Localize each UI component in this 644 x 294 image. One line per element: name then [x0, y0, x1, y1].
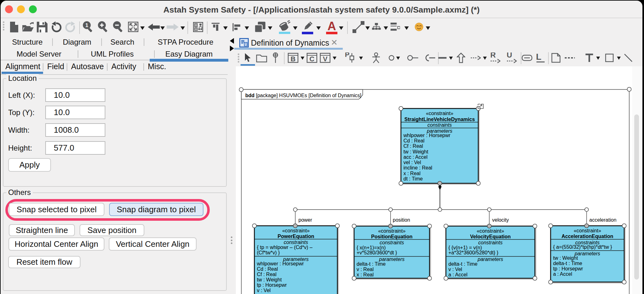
svg-text:«constraint»: «constraint»: [477, 228, 504, 234]
svg-text:constraints: constraints: [284, 240, 308, 245]
svg-text:v : Real: v : Real: [357, 267, 374, 272]
svg-text:«constraint»: «constraint»: [282, 228, 309, 233]
svg-text:delta-t : Time: delta-t : Time: [553, 261, 582, 266]
svg-text:V: V: [323, 55, 328, 63]
svg-text:v : Vel: v : Vel: [257, 288, 271, 293]
svg-text:constraints: constraints: [427, 122, 452, 128]
svg-text:+v*5280/3600*dt }: +v*5280/3600*dt }: [357, 250, 397, 255]
svg-text:tp : Horsepwr: tp : Horsepwr: [553, 266, 583, 271]
svg-text:tw : Weight: tw : Weight: [403, 149, 428, 154]
svg-text:tw : Weight: tw : Weight: [553, 255, 578, 261]
svg-text:{ tp = whlpowr – (Cd*v) –: { tp = whlpowr – (Cd*v) –: [257, 245, 313, 250]
svg-text:constraints: constraints: [380, 240, 404, 245]
svg-text:whlpower : Horsepwr: whlpower : Horsepwr: [257, 261, 304, 266]
svg-text:AccelerationEquation: AccelerationEquation: [562, 234, 613, 239]
svg-text:vel : Vel: vel : Vel: [403, 160, 421, 165]
svg-text:acceleration: acceleration: [589, 217, 616, 223]
svg-text:B: B: [291, 55, 296, 63]
svg-text:delta-t : Time: delta-t : Time: [357, 261, 386, 267]
svg-text:Cf : Real: Cf : Real: [257, 272, 276, 277]
svg-text:x : Real: x : Real: [403, 171, 420, 176]
svg-text:tw : Weight: tw : Weight: [257, 277, 282, 282]
svg-text:tp : Horsepwr: tp : Horsepwr: [257, 282, 287, 288]
svg-text:Cf : Real: Cf : Real: [403, 143, 423, 149]
svg-text:StraightLineVehicleDynamics: StraightLineVehicleDynamics: [404, 117, 475, 122]
svg-text:acc : Accel: acc : Accel: [403, 154, 427, 160]
svg-text:{ {v(n+1) = v(n): { {v(n+1) = v(n): [448, 245, 482, 250]
svg-text:«constraint»: «constraint»: [426, 111, 453, 116]
svg-text:a : Accel: a : Accel: [448, 272, 467, 277]
svg-text:L: L: [536, 53, 541, 62]
svg-text:position: position: [393, 217, 410, 223]
svg-text:parameters: parameters: [575, 251, 600, 256]
svg-text:incline : Real: incline : Real: [403, 165, 432, 170]
svg-text:P: P: [345, 53, 350, 58]
svg-text:«constraint»: «constraint»: [378, 228, 405, 234]
svg-text:C: C: [309, 55, 314, 63]
svg-text:{ x(n+1)=x(n): { x(n+1)=x(n): [357, 245, 386, 250]
svg-text:velocity: velocity: [492, 217, 509, 223]
svg-text:power: power: [298, 217, 312, 223]
svg-text:a : Accel: a : Accel: [553, 271, 572, 277]
svg-text:constraints: constraints: [478, 240, 502, 245]
svg-text:Cd : Real: Cd : Real: [257, 266, 278, 272]
svg-text:VelocityEquation: VelocityEquation: [470, 234, 511, 239]
svg-text:v : Vel: v : Vel: [448, 267, 462, 272]
svg-text:A: A: [327, 20, 336, 33]
svg-text:PositionEquation: PositionEquation: [371, 234, 413, 239]
svg-text:1: 1: [85, 22, 88, 28]
svg-text:dt : Time: dt : Time: [403, 176, 423, 181]
svg-text:PowerEquation: PowerEquation: [278, 234, 314, 239]
svg-text:«constraint»: «constraint»: [574, 228, 601, 233]
svg-text:{ a=(550/32)*tp(hp)*dt*tw }: { a=(550/32)*tp(hp)*dt*tw }: [553, 244, 612, 250]
svg-text:+a*32*3600/5280*dt} }: +a*32*3600/5280*dt} }: [448, 250, 498, 255]
svg-text:U: U: [507, 53, 512, 59]
svg-text:(Cf*tw*v) }: (Cf*tw*v) }: [257, 250, 280, 255]
svg-text:x : Real: x : Real: [357, 272, 374, 277]
svg-text:R: R: [491, 53, 496, 59]
svg-text:whlpower : Horsepwr: whlpower : Horsepwr: [403, 133, 451, 138]
svg-text:Cd : Real: Cd : Real: [403, 138, 425, 143]
svg-text:bdd [package] HSUVMOEs [Defini: bdd [package] HSUVMOEs [Definition of Dy…: [245, 93, 361, 98]
svg-text:delta-t : Time: delta-t : Time: [448, 261, 478, 267]
svg-text:parameters: parameters: [477, 257, 503, 262]
